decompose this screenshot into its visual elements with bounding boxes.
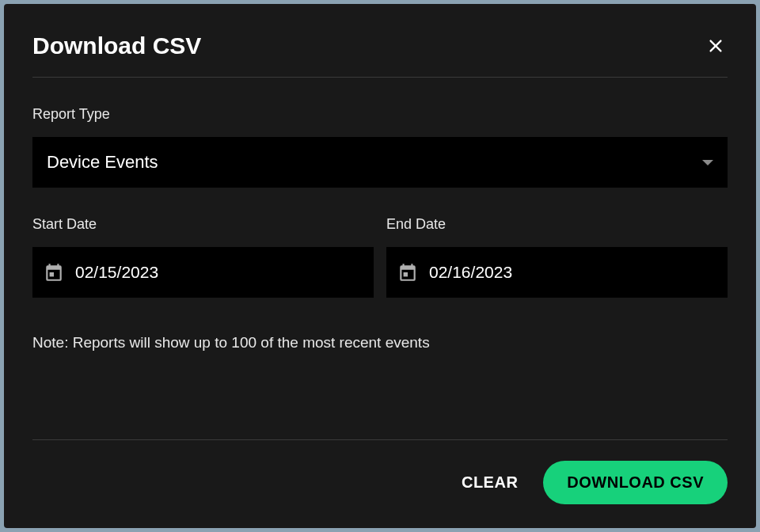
- clear-button[interactable]: CLEAR: [457, 466, 522, 500]
- report-type-field: Report Type Device Events: [32, 106, 728, 188]
- end-date-field: End Date 02/16/2023: [386, 216, 728, 298]
- end-date-value: 02/16/2023: [429, 263, 512, 282]
- download-csv-modal: Download CSV Report Type Device Events S…: [4, 4, 756, 528]
- note-text: Note: Reports will show up to 100 of the…: [32, 334, 728, 352]
- end-date-label: End Date: [386, 216, 728, 233]
- start-date-field: Start Date 02/15/2023: [32, 216, 374, 298]
- start-date-value: 02/15/2023: [75, 263, 158, 282]
- modal-body: Report Type Device Events Start Date 02/…: [32, 78, 728, 439]
- close-button[interactable]: [704, 34, 728, 58]
- modal-title: Download CSV: [32, 32, 201, 59]
- calendar-icon: [397, 262, 418, 283]
- report-type-value: Device Events: [47, 152, 158, 173]
- modal-header: Download CSV: [32, 32, 728, 78]
- report-type-select[interactable]: Device Events: [32, 137, 728, 188]
- end-date-input[interactable]: 02/16/2023: [386, 247, 728, 298]
- close-icon: [707, 37, 724, 55]
- date-row: Start Date 02/15/2023 End Date 02/: [32, 216, 728, 298]
- modal-footer: CLEAR DOWNLOAD CSV: [32, 439, 728, 504]
- chevron-down-icon: [702, 160, 713, 165]
- start-date-input[interactable]: 02/15/2023: [32, 247, 374, 298]
- svg-rect-2: [50, 272, 54, 276]
- start-date-label: Start Date: [32, 216, 374, 233]
- svg-rect-3: [404, 272, 408, 276]
- download-csv-button[interactable]: DOWNLOAD CSV: [543, 461, 728, 504]
- report-type-label: Report Type: [32, 106, 728, 123]
- calendar-icon: [44, 262, 64, 283]
